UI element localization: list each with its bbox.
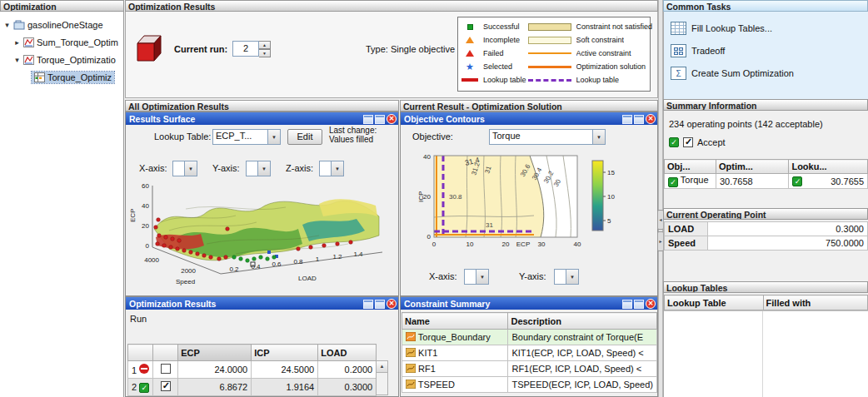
load-value[interactable]: 0.2000 xyxy=(318,361,377,379)
column-header-accept[interactable] xyxy=(153,345,178,361)
column-header-optimized[interactable]: Optim... xyxy=(716,160,788,174)
expander-right-icon[interactable]: ▸ xyxy=(13,38,21,47)
icp-value[interactable]: 1.9164 xyxy=(252,379,318,396)
svg-text:0.2: 0.2 xyxy=(229,265,239,273)
selected-tree-item[interactable]: Torque_Optimiz xyxy=(32,72,114,83)
current-run-value[interactable]: 2 xyxy=(232,41,259,57)
lookup-table-dropdown[interactable]: ECP_T... ▼ xyxy=(212,129,281,145)
table-row[interactable]: KIT1 KIT1(ECP, ICP, LOAD, Speed) < xyxy=(402,345,657,361)
accept-checkbox[interactable] xyxy=(683,137,693,147)
table-row[interactable]: Torque_Boundary Boundary constraint of T… xyxy=(402,330,657,345)
tree-item-gasolineonestage[interactable]: ▾ gasolineOneStage xyxy=(0,16,123,33)
constraint-summary-titlebar[interactable]: Constraint Summary xyxy=(401,297,657,310)
tree-item-torque-optimization[interactable]: ▾ Torque_Optimizatio xyxy=(0,51,123,68)
dropdown-value xyxy=(173,161,184,176)
maximize-icon[interactable] xyxy=(634,115,644,124)
load-value[interactable]: 0.3000 xyxy=(318,379,377,396)
table-row[interactable]: TSPEED TSPEED(ECP, ICP, LOAD, Speed) xyxy=(402,377,657,393)
svg-text:0.6: 0.6 xyxy=(272,261,282,268)
close-icon[interactable] xyxy=(387,299,397,309)
panel-title: Objective Contours xyxy=(404,114,622,124)
column-header-icp[interactable]: ICP xyxy=(252,345,318,361)
column-header-objective[interactable]: Obj... xyxy=(665,160,716,174)
spinner-down-icon[interactable]: ▼ xyxy=(259,49,271,57)
close-icon[interactable] xyxy=(646,299,656,309)
task-label[interactable]: Fill Lookup Tables... xyxy=(691,23,772,33)
svg-text:0: 0 xyxy=(146,242,150,250)
y-axis-dropdown[interactable]: ▼ xyxy=(554,269,579,285)
tree-item-sum-torque-optimization[interactable]: ▸ Sum_Torque_Optim xyxy=(0,33,123,51)
svg-text:LOAD: LOAD xyxy=(298,275,317,282)
fill-lookup-tables-task[interactable]: Fill Lookup Tables... xyxy=(671,20,772,37)
chevron-down-icon[interactable]: ▼ xyxy=(257,161,270,176)
tradeoff-task[interactable]: Tradeoff xyxy=(671,42,725,59)
chevron-down-icon[interactable]: ▼ xyxy=(267,130,280,144)
all-results-section-header: All Optimization Results xyxy=(125,100,399,112)
icp-value[interactable]: 24.5000 xyxy=(252,361,318,379)
chevron-down-icon[interactable]: ▼ xyxy=(331,161,343,176)
objective-dropdown[interactable]: Torque ▼ xyxy=(489,129,606,145)
dock-icon[interactable] xyxy=(363,115,373,124)
current-run-label: Current run: xyxy=(174,44,227,54)
results-surface-titlebar[interactable]: Results Surface xyxy=(126,112,398,125)
task-label[interactable]: Create Sum Optimization xyxy=(691,68,794,78)
legend-label: Incomplete xyxy=(483,36,520,44)
close-icon[interactable] xyxy=(387,114,397,124)
x-axis-dropdown[interactable]: ▼ xyxy=(464,269,489,285)
accept-checkbox[interactable] xyxy=(161,364,171,374)
objective-contour-plot[interactable]: 31.4 31.2 31 30.8 30.6 30.4 30.2 30 31 4… xyxy=(417,152,637,262)
column-header-filled-with[interactable]: Filled with xyxy=(763,295,867,310)
chevron-down-icon[interactable]: ▼ xyxy=(592,130,605,144)
boundary-constraint-icon xyxy=(406,332,416,341)
expander-down-icon[interactable]: ▾ xyxy=(3,21,11,29)
legend-box: Successful Incomplete Failed ★Selected L… xyxy=(457,17,651,92)
dock-icon[interactable] xyxy=(622,300,632,309)
x-axis-dropdown[interactable]: ▼ xyxy=(172,161,197,176)
ecp-value[interactable]: 24.0000 xyxy=(178,361,252,379)
maximize-icon[interactable] xyxy=(375,300,385,309)
task-label[interactable]: Tradeoff xyxy=(691,46,725,56)
successful-marker-icon xyxy=(467,24,473,30)
y-axis-label: Y-axis: xyxy=(519,271,546,281)
column-header-blank[interactable] xyxy=(128,345,153,361)
column-header-lookup-table[interactable]: Lookup Table xyxy=(665,295,764,310)
dock-icon[interactable] xyxy=(622,115,632,124)
tree-item-torque-optimization-output[interactable]: Torque_Optimiz xyxy=(0,68,123,86)
chevron-down-icon[interactable]: ▼ xyxy=(476,270,488,284)
optimization-results-titlebar[interactable]: Optimization Results xyxy=(126,297,398,310)
create-sum-optimization-task[interactable]: Σ Create Sum Optimization xyxy=(671,65,794,82)
table-scrollbar[interactable]: ▲ xyxy=(376,360,388,395)
results-surface-3d-plot[interactable]: 60 40 20 0 ECP 4000 2000 Speed 0.2 0.4 0… xyxy=(127,179,396,294)
table-row[interactable]: 2 6.8672 1.9164 0.3000 xyxy=(128,379,377,396)
svg-text:10: 10 xyxy=(466,241,474,248)
column-header-lookup[interactable]: Looku... xyxy=(789,160,868,174)
dock-icon[interactable] xyxy=(363,300,373,309)
scroll-up-icon[interactable]: ▲ xyxy=(377,361,387,373)
edit-button[interactable]: Edit xyxy=(287,129,322,145)
objective-contours-titlebar[interactable]: Objective Contours xyxy=(401,112,657,125)
maximize-icon[interactable] xyxy=(375,115,385,124)
maximize-icon[interactable] xyxy=(634,300,644,309)
table-row[interactable]: RF1 RF1(ECP, ICP, LOAD, Speed) < xyxy=(402,361,657,377)
y-axis-dropdown[interactable]: ▼ xyxy=(246,161,271,176)
current-operating-point-panel: LOAD 0.3000 Speed 750.0000 xyxy=(663,220,868,281)
constraint-summary-panel: Constraint Summary Name Description Torq… xyxy=(400,296,658,397)
column-header-load[interactable]: LOAD xyxy=(318,345,377,361)
table-row[interactable]: Torque 30.7658 30.7655 xyxy=(665,174,868,189)
close-icon[interactable] xyxy=(646,114,656,124)
expander-down-icon[interactable]: ▾ xyxy=(13,56,21,64)
ecp-value[interactable]: 6.8672 xyxy=(178,379,252,396)
chevron-down-icon[interactable]: ▼ xyxy=(184,161,197,176)
table-row[interactable]: 1 24.0000 24.5000 0.2000 xyxy=(128,361,377,379)
spinner-up-icon[interactable]: ▲ xyxy=(259,41,271,49)
chevron-down-icon[interactable]: ▼ xyxy=(566,270,578,284)
lookup-tables-empty-body[interactable] xyxy=(664,310,868,397)
column-header-ecp[interactable]: ECP xyxy=(178,345,252,361)
svg-text:ECP: ECP xyxy=(516,241,530,248)
column-header-name[interactable]: Name xyxy=(402,313,508,330)
current-run-spinner[interactable]: 2 ▲ ▼ xyxy=(232,41,271,57)
accept-checkbox[interactable] xyxy=(161,381,171,391)
column-header-description[interactable]: Description xyxy=(508,313,657,330)
z-axis-dropdown[interactable]: ▼ xyxy=(319,161,344,176)
svg-text:ICP: ICP xyxy=(417,191,425,202)
